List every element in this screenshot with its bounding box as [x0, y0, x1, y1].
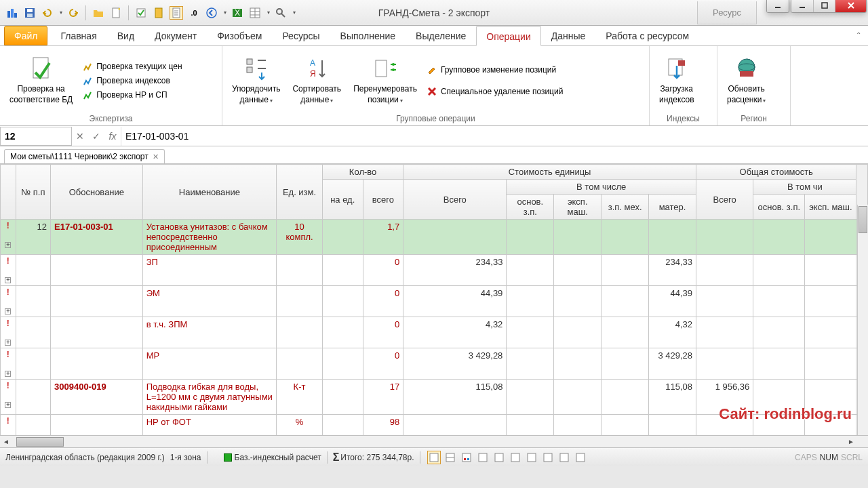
vertical-scrollbar[interactable]	[857, 205, 868, 435]
mdi-min-button[interactable]	[767, 0, 789, 12]
table-more[interactable]: ▾	[267, 9, 270, 16]
hdr-em[interactable]: эксп. маш.	[554, 195, 601, 220]
table-row[interactable]: !+ЭМ044,3944,39	[1, 286, 868, 317]
hdr-unit-cost[interactable]: Стоимость единицы	[403, 165, 696, 180]
hdr-etot[interactable]: Всего	[403, 180, 507, 220]
expand-icon[interactable]: +	[5, 277, 11, 283]
qat-redo-icon[interactable]	[66, 6, 80, 20]
max-button[interactable]	[813, 0, 835, 12]
qat-table-icon[interactable]	[248, 6, 262, 20]
hdr-grand-cost[interactable]: Общая стоимость	[696, 165, 856, 180]
update-prices-button[interactable]: Обновить расценки▾	[723, 55, 770, 106]
svg-rect-49	[495, 453, 503, 462]
qat-back-icon[interactable]	[205, 6, 218, 20]
sort2-button[interactable]: АЯ Сортировать данные▾	[288, 55, 345, 106]
qat-excel-icon[interactable]: X	[231, 6, 244, 20]
tab-home[interactable]: Главная	[50, 26, 106, 45]
check-prices-button[interactable]: Проверка текущих цен	[81, 60, 183, 73]
hdr-unit[interactable]: Ед. изм.	[277, 165, 323, 220]
qat-save-icon[interactable]	[23, 6, 37, 20]
close-button[interactable]	[835, 0, 866, 12]
hdr-gtot[interactable]: Всего	[696, 180, 753, 220]
view-mode-1[interactable]	[427, 451, 441, 464]
qat-undo-icon[interactable]	[41, 6, 54, 20]
qat-dotzero-icon[interactable]: .0	[187, 6, 201, 20]
ribbon-collapse-icon[interactable]: ⌃	[856, 31, 861, 39]
qat-search-icon[interactable]	[274, 6, 288, 20]
svg-rect-32	[376, 60, 387, 77]
tab-document[interactable]: Документ	[144, 26, 207, 45]
qat-app-icon[interactable]	[5, 6, 19, 20]
back-more[interactable]: ▾	[224, 9, 226, 16]
estimate-table[interactable]: № п.п Обоснование Наименование Ед. изм. …	[0, 164, 868, 435]
qat-doc-icon[interactable]	[170, 6, 183, 20]
accept-edit-button[interactable]: ✓	[88, 131, 104, 142]
horizontal-scrollbar[interactable]: ◄ ►	[0, 435, 868, 447]
hdr-gem[interactable]: эксп. маш.	[805, 195, 856, 220]
qat-page-icon[interactable]	[152, 6, 165, 20]
fx-button[interactable]: fх	[104, 131, 121, 142]
tab-work-resource[interactable]: Работа с ресурсом	[595, 26, 699, 45]
tab-phys[interactable]: Физобъем	[207, 26, 272, 45]
table-row[interactable]: !+12Е17-01-003-01Установка унитазов: с б…	[1, 220, 868, 255]
expand-icon[interactable]: +	[5, 371, 11, 377]
hdr-name[interactable]: Наименование	[142, 165, 276, 220]
view-mode-2[interactable]	[443, 451, 457, 464]
table-row[interactable]: !+в т.ч. ЗПМ04,324,32	[1, 317, 868, 348]
hdr-osn[interactable]: основ. з.п.	[507, 195, 554, 220]
table-row[interactable]: !+3009400-019Подводка гибкая для воды, L…	[1, 380, 868, 415]
document-tab[interactable]: Мои сметы\1111 Черновик\2 экспорт ✕	[4, 149, 165, 163]
name-box[interactable]: 12	[0, 127, 72, 146]
hdr-inc[interactable]: В том числе	[507, 180, 696, 195]
tab-resources[interactable]: Ресурсы	[272, 26, 330, 45]
tab-exec[interactable]: Выполнение	[330, 26, 406, 45]
hdr-ginc[interactable]: В том чи	[753, 180, 856, 195]
check-nr-sp-button[interactable]: Проверка НР и СП	[81, 89, 183, 101]
view-mode-3[interactable]	[460, 451, 473, 464]
view-mode-9[interactable]	[557, 451, 571, 464]
sort-data-button[interactable]: Упорядочить данные▾	[228, 55, 284, 106]
check-indices-button[interactable]: Проверка индексов	[81, 75, 183, 87]
hdr-qty[interactable]: Кол-во	[322, 165, 403, 180]
tab-view[interactable]: Вид	[107, 26, 144, 45]
formula-input[interactable]: Е17-01-003-01	[121, 127, 868, 146]
doc-close-icon[interactable]: ✕	[153, 152, 159, 161]
view-mode-10[interactable]	[574, 451, 587, 464]
qat-customize[interactable]: ▾	[293, 9, 296, 16]
hdr-mat[interactable]: матер.	[649, 195, 696, 220]
table-row[interactable]: !+МР03 429,283 429,28	[1, 348, 868, 380]
table-row[interactable]: !+НР от ФОТ%98	[1, 415, 868, 436]
hdr-totqty[interactable]: всего	[363, 180, 403, 220]
view-mode-5[interactable]	[492, 451, 506, 464]
cancel-edit-button[interactable]: ✕	[72, 131, 88, 142]
group-edit-button[interactable]: Групповое изменение позиций	[425, 64, 564, 76]
tab-data[interactable]: Данные	[541, 26, 596, 45]
hdr-zpm[interactable]: з.п. мех.	[601, 195, 649, 220]
hdr-per[interactable]: на ед.	[322, 180, 363, 220]
renumber-button[interactable]: Перенумеровать позиции▾	[349, 55, 421, 106]
qat-folder-icon[interactable]	[92, 6, 105, 20]
expand-icon[interactable]: +	[5, 402, 11, 408]
tab-file[interactable]: Файл	[4, 26, 47, 45]
special-delete-button[interactable]: Специальное удаление позиций	[425, 85, 564, 98]
qat-new-icon[interactable]	[109, 6, 123, 20]
tab-selection[interactable]: Выделение	[406, 26, 476, 45]
expand-icon[interactable]: +	[5, 242, 11, 248]
min-button[interactable]	[791, 0, 813, 12]
expand-icon[interactable]: +	[5, 340, 11, 346]
load-indices-button[interactable]: Загрузка индексов	[655, 55, 698, 106]
view-mode-8[interactable]	[541, 451, 555, 464]
view-mode-4[interactable]	[476, 451, 490, 464]
hdr-num[interactable]: № п.п	[16, 165, 50, 220]
view-mode-7[interactable]	[525, 451, 538, 464]
hdr-code[interactable]: Обоснование	[51, 165, 143, 220]
expand-icon[interactable]: +	[5, 308, 11, 314]
view-mode-6[interactable]	[509, 451, 522, 464]
qat-check-icon[interactable]	[134, 6, 148, 20]
resource-tab[interactable]: Ресурс	[697, 1, 757, 24]
check-bd-button[interactable]: Проверка на соответствие БД	[5, 55, 77, 106]
table-row[interactable]: !+ЗП0234,33234,33	[1, 255, 868, 286]
undo-more[interactable]: ▾	[60, 9, 62, 16]
tab-operations[interactable]: Операции	[476, 26, 541, 46]
hdr-gosn[interactable]: основ. з.п.	[753, 195, 805, 220]
